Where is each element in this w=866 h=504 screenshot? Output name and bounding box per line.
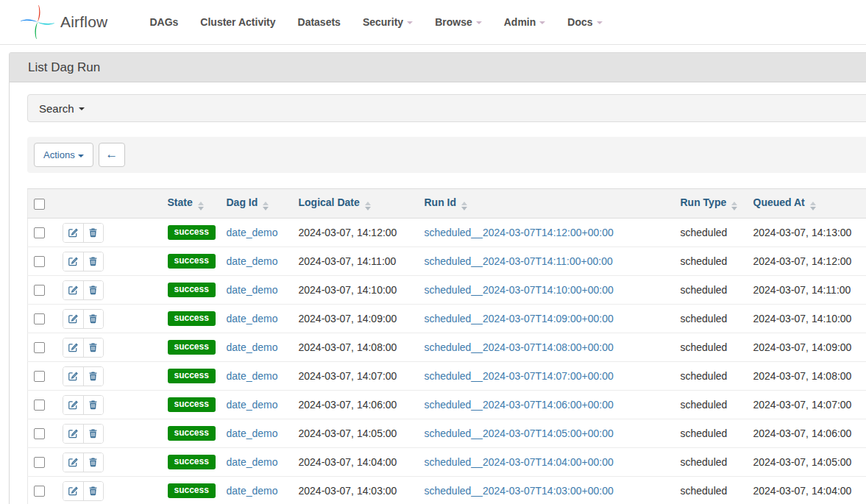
row-actions [63,424,104,444]
column-header-logical-date[interactable]: Logical Date [293,189,419,219]
dag-id-link[interactable]: date_demo [227,227,278,238]
nav-item-cluster-activity[interactable]: Cluster Activity [189,16,286,28]
back-button[interactable]: ← [99,143,125,167]
edit-button[interactable] [63,338,83,357]
sort-icon [731,202,737,210]
row-checkbox[interactable] [34,227,45,238]
dag-id-link[interactable]: date_demo [227,485,278,497]
delete-button[interactable] [83,224,103,242]
sort-icon [461,202,467,210]
run-type-cell: scheduled [675,362,748,391]
delete-button[interactable] [83,482,103,500]
run-id-link[interactable]: scheduled__2024-03-07T14:07:00+00:00 [425,370,614,382]
edit-icon [68,285,78,295]
dag-id-link[interactable]: date_demo [227,284,278,296]
dag-id-link[interactable]: date_demo [227,456,278,468]
nav-item-browse[interactable]: Browse [424,16,493,28]
delete-button[interactable] [83,338,103,357]
edit-button[interactable] [63,252,83,271]
logical-date-cell: 2024-03-07, 14:07:00 [293,362,419,391]
chevron-down-icon [597,21,603,24]
table-row: success date_demo 2024-03-07, 14:04:00 s… [28,448,866,477]
delete-button[interactable] [83,367,103,386]
trash-icon [88,371,98,381]
delete-button[interactable] [83,425,103,443]
nav-item-docs[interactable]: Docs [556,16,613,28]
column-header-run-id[interactable]: Run Id [419,189,675,219]
brand-name: Airflow [60,13,107,31]
nav-item-label: Admin [504,16,536,28]
delete-button[interactable] [83,281,103,299]
dag-id-link[interactable]: date_demo [227,313,278,324]
run-id-link[interactable]: scheduled__2024-03-07T14:11:00+00:00 [425,255,613,267]
row-checkbox[interactable] [34,457,45,468]
edit-icon [68,342,78,352]
status-badge: success [168,254,216,269]
airflow-brand[interactable]: Airflow [21,5,107,39]
edit-button[interactable] [63,482,83,500]
edit-icon [68,227,78,238]
row-checkbox[interactable] [34,400,45,411]
row-actions [63,366,104,386]
edit-icon [68,371,78,381]
edit-button[interactable] [63,310,83,328]
row-checkbox[interactable] [34,313,45,324]
edit-button[interactable] [63,425,83,443]
select-all-checkbox[interactable] [34,199,45,210]
edit-icon [68,313,78,324]
nav-item-label: DAGs [149,16,178,28]
column-header-label: Run Type [681,196,727,208]
edit-button[interactable] [63,367,83,386]
row-checkbox[interactable] [34,256,45,267]
run-id-link[interactable]: scheduled__2024-03-07T14:09:00+00:00 [425,313,614,324]
dag-run-table: StateDag IdLogical DateRun IdRun TypeQue… [27,188,866,504]
row-checkbox[interactable] [34,285,45,296]
column-header-queued-at[interactable]: Queued At [748,189,866,219]
dag-id-link[interactable]: date_demo [227,427,278,439]
table-row: success date_demo 2024-03-07, 14:09:00 s… [28,305,866,333]
search-dropdown[interactable]: Search [27,94,866,122]
column-header-label: State [168,196,193,208]
logical-date-cell: 2024-03-07, 14:09:00 [293,305,419,333]
logical-date-cell: 2024-03-07, 14:10:00 [293,276,419,305]
run-id-link[interactable]: scheduled__2024-03-07T14:08:00+00:00 [425,341,614,353]
nav-item-dags[interactable]: DAGs [138,16,189,28]
dag-id-link[interactable]: date_demo [227,399,278,411]
run-id-link[interactable]: scheduled__2024-03-07T14:06:00+00:00 [425,399,614,411]
run-id-link[interactable]: scheduled__2024-03-07T14:10:00+00:00 [425,284,614,296]
row-checkbox[interactable] [34,428,45,439]
row-checkbox[interactable] [34,342,45,353]
dag-id-link[interactable]: date_demo [227,341,278,353]
edit-button[interactable] [63,281,83,299]
sort-icon [810,202,816,210]
edit-button[interactable] [63,453,83,472]
column-header-run-type[interactable]: Run Type [675,189,748,219]
table-row: success date_demo 2024-03-07, 14:08:00 s… [28,333,866,362]
run-id-link[interactable]: scheduled__2024-03-07T14:12:00+00:00 [425,227,614,238]
trash-icon [88,256,98,266]
edit-button[interactable] [63,396,83,414]
actions-button[interactable]: Actions [34,143,93,167]
run-id-link[interactable]: scheduled__2024-03-07T14:05:00+00:00 [425,427,614,439]
column-header-state[interactable]: State [162,189,221,219]
delete-button[interactable] [83,310,103,328]
row-checkbox[interactable] [34,486,45,497]
sort-icon [365,202,371,210]
row-actions [63,309,104,329]
logical-date-cell: 2024-03-07, 14:08:00 [293,333,419,362]
edit-button[interactable] [63,224,83,242]
row-checkbox[interactable] [34,371,45,382]
dag-id-link[interactable]: date_demo [227,370,278,382]
nav-item-security[interactable]: Security [352,16,424,28]
table-row: success date_demo 2024-03-07, 14:10:00 s… [28,276,866,305]
dag-id-link[interactable]: date_demo [227,255,278,267]
run-id-link[interactable]: scheduled__2024-03-07T14:03:00+00:00 [425,485,614,497]
nav-item-admin[interactable]: Admin [493,16,557,28]
nav-item-label: Cluster Activity [200,16,275,28]
nav-item-datasets[interactable]: Datasets [287,16,352,28]
delete-button[interactable] [83,453,103,472]
run-id-link[interactable]: scheduled__2024-03-07T14:04:00+00:00 [425,456,614,468]
delete-button[interactable] [83,252,103,271]
delete-button[interactable] [83,396,103,414]
column-header-dag-id[interactable]: Dag Id [221,189,293,219]
